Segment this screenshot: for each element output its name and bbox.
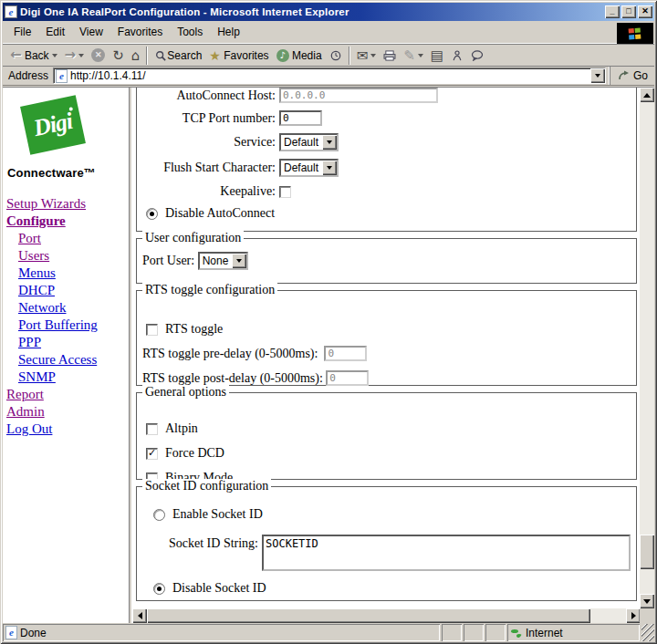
refresh-button[interactable]: ↻ — [109, 46, 128, 66]
discuss-notes-button[interactable]: ▤ — [427, 46, 447, 66]
toolbar-separator — [146, 47, 148, 65]
scroll-left-button[interactable] — [132, 608, 147, 623]
edit-button[interactable]: ✎ — [400, 46, 427, 66]
scroll-up-button[interactable] — [640, 88, 654, 102]
mail-dropdown-icon[interactable] — [370, 54, 376, 57]
messenger-button[interactable] — [447, 46, 467, 66]
menu-edit[interactable]: Edit — [38, 23, 72, 41]
sidebar-item-log-out[interactable]: Log Out — [3, 421, 129, 438]
menu-favorites[interactable]: Favorites — [110, 23, 170, 41]
forward-button[interactable]: → — [61, 46, 89, 66]
sidebar-item-setup-wizards[interactable]: Setup Wizards — [3, 195, 129, 213]
favorites-button[interactable]: ★ Favorites — [205, 46, 272, 66]
home-button[interactable]: ⌂ — [128, 46, 144, 66]
status-pane-empty — [442, 624, 462, 641]
enable-socket-id-radio[interactable] — [153, 509, 165, 521]
scroll-down-button[interactable] — [640, 594, 654, 608]
mail-button[interactable]: ✉ — [353, 46, 381, 66]
rts-pre-delay-input[interactable] — [324, 346, 367, 361]
minimize-button[interactable]: _ — [605, 5, 620, 18]
autoconnect-host-label: AutoConnect Host: — [142, 88, 279, 103]
back-arrow-icon: ← — [10, 48, 22, 62]
sidebar-nav: Setup Wizards Configure Port Users Menus… — [3, 195, 129, 438]
sidebar-item-port[interactable]: Port — [3, 230, 129, 247]
status-pane-empty — [485, 624, 506, 641]
frameset: Digi Connectware™ Setup Wizards Configur… — [3, 87, 654, 622]
address-dropdown-button[interactable] — [590, 68, 605, 83]
menu-view[interactable]: View — [72, 23, 110, 41]
mail-icon: ✉ — [357, 48, 369, 63]
close-button[interactable]: ✕ — [638, 5, 652, 18]
sidebar-item-snmp[interactable]: SNMP — [3, 369, 129, 386]
socket-id-string-textarea[interactable]: SOCKETID — [262, 535, 631, 571]
forward-arrow-icon: → — [65, 48, 77, 62]
socket-id-string-label: Socket ID String: — [142, 535, 262, 551]
stop-button[interactable]: ✕ — [88, 46, 109, 66]
edit-dropdown-icon[interactable] — [418, 54, 423, 57]
port-user-select[interactable]: None — [198, 252, 249, 270]
rts-post-delay-input[interactable] — [326, 370, 369, 386]
forward-dropdown-icon[interactable] — [78, 54, 84, 57]
disable-socket-id-radio[interactable] — [153, 583, 165, 595]
flush-start-label: Flush Start Character: — [142, 161, 279, 175]
force-dcd-checkbox[interactable] — [146, 448, 158, 460]
sidebar-item-admin[interactable]: Admin — [3, 403, 129, 421]
scroll-right-button[interactable] — [626, 608, 641, 623]
address-combo[interactable]: e http://10.1.4.11/ — [53, 68, 606, 84]
print-icon — [383, 50, 396, 61]
keepalive-checkbox[interactable] — [279, 186, 291, 198]
altpin-checkbox[interactable] — [146, 423, 158, 435]
sidebar-item-network[interactable]: Network — [3, 299, 129, 317]
address-url[interactable]: http://10.1.4.11/ — [70, 69, 590, 82]
general-options-legend: General options — [142, 385, 229, 400]
chevron-down-icon[interactable] — [322, 135, 337, 150]
rts-toggle-checkbox[interactable] — [146, 324, 158, 336]
go-button[interactable]: Go — [610, 67, 652, 85]
disable-autoconnect-radio[interactable] — [146, 208, 158, 220]
keepalive-label: Keepalive: — [142, 184, 279, 199]
digi-logo: Digi — [20, 95, 86, 155]
scroll-left-icon — [138, 612, 142, 619]
refresh-icon: ↻ — [112, 48, 124, 63]
rts-legend: RTS toggle configuration — [142, 283, 277, 297]
chevron-down-icon[interactable] — [232, 254, 246, 268]
sidebar-item-port-buffering[interactable]: Port Buffering — [3, 317, 129, 334]
sidebar-item-configure[interactable]: Configure — [3, 213, 129, 230]
horizontal-scroll-thumb[interactable] — [147, 608, 590, 623]
sidebar-item-ppp[interactable]: PPP — [3, 334, 129, 351]
edit-icon: ✎ — [403, 48, 415, 63]
back-button[interactable]: ← Back — [6, 46, 61, 66]
media-button[interactable]: ♪ Media — [273, 46, 326, 66]
address-label: Address — [8, 69, 48, 82]
service-select[interactable]: Default — [279, 133, 339, 151]
print-button[interactable] — [380, 46, 400, 66]
menu-file[interactable]: File — [6, 23, 38, 41]
user-config-legend: User configuration — [142, 231, 244, 245]
history-button[interactable] — [326, 46, 346, 66]
resize-grip[interactable] — [641, 624, 654, 641]
port-user-label: Port User: — [142, 254, 194, 268]
discuss-button[interactable] — [467, 46, 487, 66]
tcp-port-input[interactable] — [279, 110, 322, 126]
flush-start-select[interactable]: Default — [279, 159, 339, 177]
home-icon: ⌂ — [131, 48, 141, 63]
sidebar-item-report[interactable]: Report — [3, 386, 129, 403]
sidebar-item-users[interactable]: Users — [3, 247, 129, 265]
menu-tools[interactable]: Tools — [170, 23, 210, 41]
vertical-scrollbar[interactable] — [640, 88, 654, 608]
sidebar-item-secure-access[interactable]: Secure Access — [3, 351, 129, 369]
autoconnect-host-input[interactable] — [279, 88, 438, 103]
sidebar-item-menus[interactable]: Menus — [3, 265, 129, 282]
disable-autoconnect-label: Disable AutoConnect — [165, 206, 275, 221]
search-button[interactable]: Search — [151, 46, 205, 66]
vertical-scroll-thumb[interactable] — [640, 535, 654, 569]
force-dcd-label: Force DCD — [165, 446, 224, 461]
chevron-down-icon[interactable] — [322, 161, 337, 175]
horizontal-scrollbar[interactable] — [132, 608, 641, 623]
altpin-label: Altpin — [165, 421, 198, 436]
scroll-right-icon — [631, 612, 636, 619]
sidebar-item-dhcp[interactable]: DHCP — [3, 282, 129, 299]
maximize-button[interactable]: □ — [621, 5, 636, 18]
back-dropdown-icon[interactable] — [52, 54, 57, 57]
menu-help[interactable]: Help — [210, 23, 247, 41]
